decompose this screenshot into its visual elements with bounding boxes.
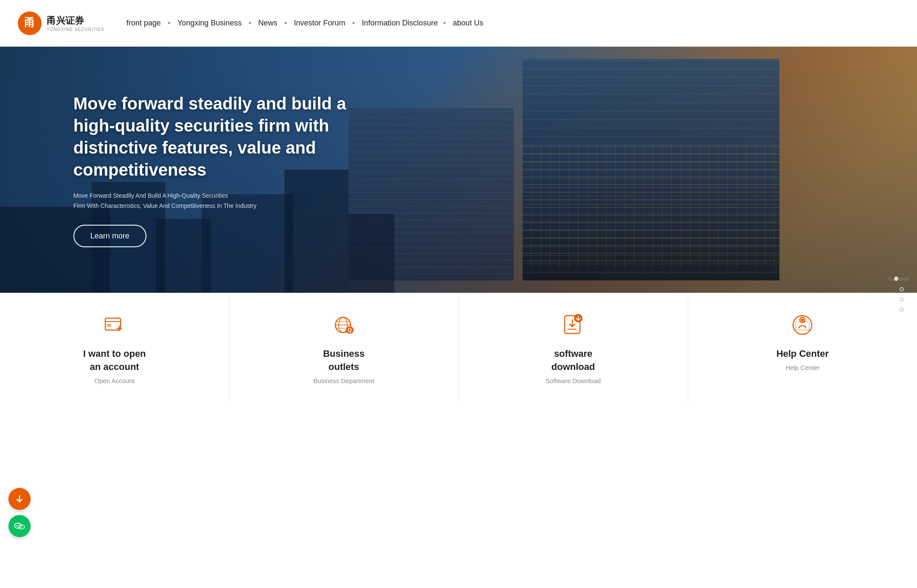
help-center-icon bbox=[788, 310, 817, 340]
card-software-download[interactable]: software download Software Download bbox=[459, 293, 688, 403]
page-dot-4[interactable] bbox=[900, 308, 904, 312]
hero-title: Move forward steadily and build a high-q… bbox=[73, 92, 371, 181]
hero-subtitle: Move Forward Steadily And Build A High-Q… bbox=[73, 191, 371, 211]
svg-text:Q: Q bbox=[348, 327, 352, 333]
nav-dot-1: • bbox=[168, 18, 171, 28]
card-help-center-title: Help Center bbox=[776, 347, 829, 361]
card-software-download-title: software download bbox=[551, 347, 595, 374]
open-account-icon bbox=[100, 310, 129, 340]
svg-text:甬: 甬 bbox=[24, 16, 35, 29]
hero-content: Move forward steadily and build a high-q… bbox=[73, 92, 371, 247]
card-business-outlets-title: Business outlets bbox=[323, 347, 365, 374]
svg-rect-6 bbox=[107, 324, 111, 327]
card-help-center[interactable]: Help Center Help Center bbox=[688, 293, 917, 403]
svg-point-21 bbox=[801, 319, 804, 321]
dot-row-1[interactable]: front page bbox=[894, 276, 909, 281]
page-dot-2[interactable] bbox=[900, 287, 904, 291]
dot-row-3[interactable] bbox=[900, 297, 904, 302]
page-indicator: front page bbox=[894, 276, 909, 312]
dot-row-4[interactable] bbox=[900, 308, 904, 312]
card-open-account[interactable]: I want to open an account Open Account bbox=[0, 293, 229, 403]
logo-en: YONGXING SECURITIES bbox=[47, 27, 104, 32]
card-open-account-subtitle: Open Account bbox=[95, 377, 135, 384]
nav-dot-3: • bbox=[284, 18, 287, 28]
business-outlets-icon: Q bbox=[329, 310, 359, 340]
hero-section: Move forward steadily and build a high-q… bbox=[0, 47, 917, 293]
nav-front-page[interactable]: front page bbox=[121, 15, 166, 31]
nav-dot-5: • bbox=[443, 18, 446, 28]
page-dot-3[interactable] bbox=[900, 297, 904, 302]
nav-yongxing-business[interactable]: Yongxing Business bbox=[172, 15, 247, 31]
card-business-outlets[interactable]: Q Business outlets Business Department bbox=[229, 293, 458, 403]
nav-information-disclosure[interactable]: Information Disclosure bbox=[357, 15, 443, 31]
nav-news[interactable]: News bbox=[253, 15, 282, 31]
card-open-account-title: I want to open an account bbox=[83, 347, 146, 374]
main-nav: front page • Yongxing Business • News • … bbox=[121, 15, 900, 31]
header: 甬 甬兴证券 YONGXING SECURITIES front page • … bbox=[0, 0, 917, 47]
page-dot-1-label: front page bbox=[888, 276, 909, 281]
learn-more-button[interactable]: Learn more bbox=[73, 224, 146, 247]
card-business-outlets-subtitle: Business Department bbox=[313, 377, 374, 384]
logo-cn: 甬兴证券 bbox=[47, 14, 104, 27]
nav-investor-forum[interactable]: Investor Forum bbox=[289, 15, 350, 31]
building-main bbox=[523, 59, 779, 280]
nav-dot-2: • bbox=[248, 18, 251, 28]
card-software-download-subtitle: Software Download bbox=[546, 377, 601, 384]
nav-dot-4: • bbox=[352, 18, 355, 28]
dot-row-2[interactable] bbox=[900, 287, 904, 291]
nav-about-us[interactable]: about Us bbox=[447, 15, 488, 31]
bottom-cards: I want to open an account Open Account Q… bbox=[0, 293, 917, 403]
card-help-center-subtitle: Help Center bbox=[785, 364, 819, 371]
software-download-icon bbox=[558, 310, 588, 340]
logo[interactable]: 甬 甬兴证券 YONGXING SECURITIES bbox=[17, 11, 104, 36]
logo-icon: 甬 bbox=[17, 11, 42, 36]
